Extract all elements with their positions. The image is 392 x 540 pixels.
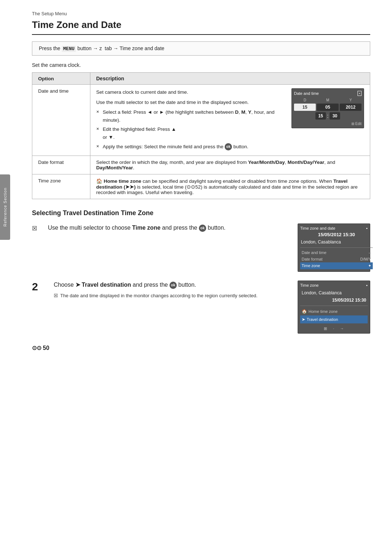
table-row-date-format: Date format Select the order in which th… xyxy=(32,156,370,174)
instruction-text: Press the MENU button → z tab → Time zon… xyxy=(39,45,164,51)
step2-main-text: Choose ➤ Travel destination and press th… xyxy=(54,281,289,289)
y-header: Y xyxy=(340,98,362,102)
table-row-date-time: Date and time Set camera clock to curren… xyxy=(32,85,370,156)
footer-symbol: ⊙⊙ xyxy=(32,344,41,351)
m-header: M xyxy=(317,98,339,102)
footer-separator: · xyxy=(333,326,334,331)
year-value: 2012 xyxy=(340,104,362,111)
col1-header: Option xyxy=(32,73,90,85)
tz-row-value-df: D/M/Y xyxy=(360,257,371,261)
tz-row-label-dt: Date and time xyxy=(302,250,326,255)
ok-button-icon: ok xyxy=(199,225,206,232)
menu-key: MENU xyxy=(62,46,76,52)
date-format-description: Select the order in which the day, month… xyxy=(96,160,335,170)
step2-number: 2 xyxy=(32,281,45,292)
tz-zone-title-bar: Time zone ▪ xyxy=(300,283,368,287)
option-date-format: Date format xyxy=(32,156,90,174)
side-tab-label: Reference Section xyxy=(3,188,7,227)
desc-time-zone: 🏠 Home time zone can be specified and da… xyxy=(90,174,370,199)
step1-content: Use the multi selector to choose Time zo… xyxy=(48,223,290,234)
tz-row-value-tz: ✦ xyxy=(368,263,371,268)
tz-zone-title: Time zone xyxy=(300,283,319,287)
date-time-description: Set camera clock to current date and tim… xyxy=(96,88,285,152)
desc-date-time: Set camera clock to current date and tim… xyxy=(90,85,370,156)
tz-screen-title: Time zone and date xyxy=(300,226,335,230)
tz-row-timezone: Time zone ✦ xyxy=(300,262,373,269)
battery-icon: ▪ xyxy=(358,91,362,96)
tz-row-date-format: Date format D/M/Y xyxy=(300,256,373,262)
zone-location: London, Casablanca xyxy=(300,290,368,296)
ok-button-icon2: ok xyxy=(170,282,177,289)
home-icon: 🏠 xyxy=(302,309,307,314)
time-zone-description: 🏠 Home time zone can be specified and da… xyxy=(96,178,364,195)
step1-main-text: Use the multi selector to choose Time zo… xyxy=(48,223,290,232)
main-content: The Setup Menu Time Zone and Date Press … xyxy=(10,0,392,366)
screen-title: Date and time xyxy=(294,91,319,96)
tz-zone-screen: Time zone ▪ London, Casablanca 15/05/201… xyxy=(298,281,370,334)
tz-location: London, Casablanca xyxy=(300,239,373,245)
setup-menu-label: The Setup Menu xyxy=(32,11,370,16)
side-tab: Reference Section xyxy=(0,174,10,240)
zone-footer: ⊞ · → xyxy=(300,326,368,331)
tz-row-label-tz: Time zone xyxy=(302,263,320,268)
tz-row-value-dt: -- xyxy=(369,250,371,255)
footer-left-icon: ⊞ xyxy=(324,326,327,331)
tz-screen: Time zone and date ▪ 15/05/2012 15:30 Lo… xyxy=(298,223,370,272)
zone-row-home: 🏠 Home time zone xyxy=(300,307,368,315)
section2-heading: Selecting Travel Destination Time Zone xyxy=(32,209,370,217)
page-footer: ⊙⊙ 50 xyxy=(32,344,370,351)
tz-zone-battery: ▪ xyxy=(366,283,368,287)
desc-date-format: Select the order in which the day, month… xyxy=(90,156,370,174)
tz-row-label-df: Date format xyxy=(302,257,322,261)
camera-clock-label: Set the camera clock. xyxy=(32,62,370,68)
tz-row-date-time: Date and time -- xyxy=(300,249,373,256)
date-time-screen: Date and time ▪ D M Y 15 05 xyxy=(291,88,364,128)
hour-value: 15 xyxy=(315,112,326,120)
tz-battery: ▪ xyxy=(366,226,368,230)
step2-sub-text: The date and time displayed in the monit… xyxy=(54,292,289,300)
options-table: Option Description Date and time Set cam… xyxy=(32,72,370,199)
time-separator: : xyxy=(327,113,328,119)
footer-number: 50 xyxy=(43,345,49,351)
step2-checkbox-item: The date and time displayed in the monit… xyxy=(54,292,289,300)
table-row-time-zone: Time zone 🏠 Home time zone can be specif… xyxy=(32,174,370,199)
zone-travel-label: Travel destination xyxy=(307,317,338,322)
col2-header: Description xyxy=(90,73,370,85)
step2-content: Choose ➤ Travel destination and press th… xyxy=(54,281,289,301)
edit-label: ⊞ Edit xyxy=(294,122,362,126)
tz-divider xyxy=(300,247,373,248)
zone-divider xyxy=(300,306,368,306)
step1-block: ☒ Use the multi selector to choose Time … xyxy=(32,223,370,272)
option-time-zone: Time zone xyxy=(32,174,90,199)
step1-checkbox-symbol: ☒ xyxy=(32,225,41,232)
d-header: D xyxy=(294,98,316,102)
tz-date: 15/05/2012 15:30 xyxy=(300,232,373,237)
minute-value: 30 xyxy=(330,112,340,120)
instruction-box: Press the MENU button → z tab → Time zon… xyxy=(32,41,370,56)
step2-block: 2 Choose ➤ Travel destination and press … xyxy=(32,281,370,334)
option-date-time: Date and time xyxy=(32,85,90,156)
travel-icon: ➤ xyxy=(302,317,305,322)
day-value: 15 xyxy=(294,104,316,111)
month-value: 05 xyxy=(317,104,339,111)
zone-home-label: Home time zone xyxy=(309,309,338,314)
footer-right-icon: → xyxy=(340,326,344,331)
page-title: Time Zone and Date xyxy=(32,19,370,35)
zone-datetime: 15/05/2012 15:30 xyxy=(300,298,368,303)
zone-row-travel: ➤ Travel destination xyxy=(300,315,368,323)
tz-zone-inner: Time zone ▪ London, Casablanca 15/05/201… xyxy=(298,281,370,334)
